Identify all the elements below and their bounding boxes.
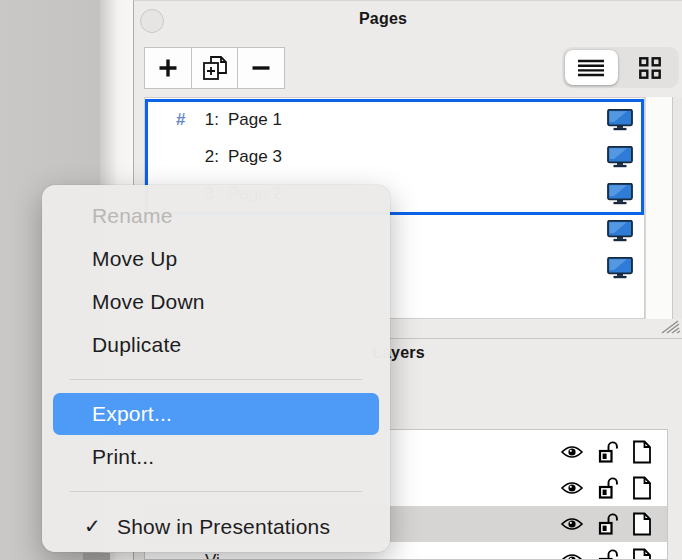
eye-icon[interactable] [560, 444, 584, 460]
eye-icon[interactable] [560, 552, 584, 560]
page-label: Page 1 [228, 110, 282, 130]
hash-icon: # [176, 110, 195, 130]
document-icon[interactable] [632, 440, 652, 464]
menu-item-export[interactable]: Export... [53, 393, 379, 435]
page-number: 2: [195, 147, 219, 167]
pages-toolbar [144, 47, 285, 89]
menu-item-rename: Rename [42, 194, 390, 237]
view-mode-segmented-control [562, 47, 679, 88]
context-menu: Rename Move Up Move Down Duplicate Expor… [42, 185, 390, 552]
bottom-left-fragment [83, 553, 110, 560]
grid-view-icon [639, 57, 661, 79]
menu-item-show-in-presentations[interactable]: ✓ Show in Presentations [42, 505, 390, 548]
panel-collapse-circle[interactable] [140, 9, 164, 33]
document-icon[interactable] [632, 548, 652, 560]
menu-item-move-down[interactable]: Move Down [42, 280, 390, 323]
page-number: 1: [195, 110, 219, 130]
menu-item-move-up[interactable]: Move Up [42, 237, 390, 280]
unlocked-padlock-icon[interactable] [597, 441, 619, 463]
remove-page-button[interactable] [238, 48, 284, 88]
app-screenshot: Pages [0, 0, 682, 560]
presentation-monitor-icon[interactable] [607, 109, 633, 131]
pages-scrollbar-track[interactable] [645, 97, 673, 319]
add-page-button[interactable] [145, 48, 192, 88]
menu-item-duplicate[interactable]: Duplicate [42, 323, 390, 366]
resize-grip[interactable] [658, 318, 682, 334]
unlocked-padlock-icon[interactable] [597, 513, 619, 535]
layer-label: Vi [205, 551, 220, 560]
page-row-2[interactable]: 2: Page 3 [145, 138, 644, 175]
unlocked-padlock-icon[interactable] [597, 549, 619, 560]
page-row-1[interactable]: # 1: Page 1 [145, 101, 644, 138]
pages-panel-title: Pages [359, 10, 407, 28]
menu-item-print[interactable]: Print... [42, 435, 390, 478]
document-icon[interactable] [632, 476, 652, 500]
presentation-monitor-icon[interactable] [607, 220, 633, 242]
checkmark-icon: ✓ [84, 505, 117, 548]
presentation-monitor-icon[interactable] [607, 146, 633, 168]
grid-view-button[interactable] [621, 47, 679, 88]
panel-right-edge [673, 97, 682, 319]
plus-icon [157, 57, 179, 79]
eye-icon[interactable] [560, 516, 584, 532]
menu-separator [70, 491, 362, 492]
minus-icon [250, 57, 272, 79]
eye-icon[interactable] [560, 480, 584, 496]
document-icon[interactable] [632, 512, 652, 536]
presentation-monitor-icon[interactable] [607, 183, 633, 205]
list-view-button[interactable] [562, 47, 620, 88]
presentation-monitor-icon[interactable] [607, 257, 633, 279]
list-view-icon [578, 59, 604, 77]
duplicate-page-button[interactable] [192, 48, 239, 88]
duplicate-page-icon [201, 55, 229, 81]
unlocked-padlock-icon[interactable] [597, 477, 619, 499]
menu-separator [70, 379, 362, 380]
page-label: Page 3 [228, 147, 282, 167]
menu-item-label: Show in Presentations [117, 505, 330, 548]
